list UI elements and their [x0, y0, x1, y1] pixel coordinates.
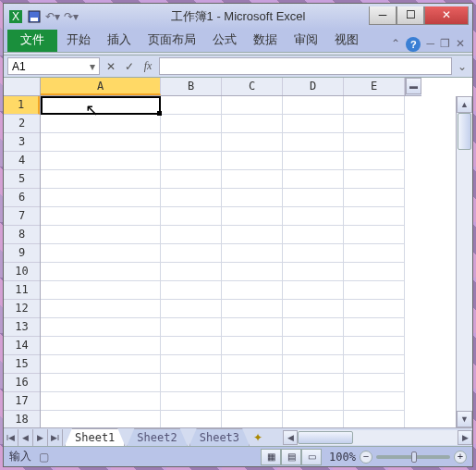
row-header-18[interactable]: 18 — [4, 411, 40, 427]
zoom-thumb[interactable] — [411, 451, 417, 463]
cell[interactable] — [344, 374, 405, 392]
enter-icon[interactable]: ✓ — [122, 59, 137, 74]
cell[interactable] — [344, 392, 405, 411]
tab-formulas[interactable]: 公式 — [205, 28, 244, 52]
cell[interactable] — [283, 337, 344, 355]
cell[interactable] — [41, 355, 161, 374]
cell[interactable] — [344, 411, 405, 427]
select-all-corner[interactable] — [4, 78, 41, 96]
view-normal-icon[interactable]: ▦ — [261, 449, 281, 465]
undo-icon[interactable]: ↶▾ — [44, 8, 61, 25]
cell[interactable] — [41, 207, 161, 226]
cell[interactable] — [283, 411, 344, 427]
cell[interactable] — [283, 318, 344, 337]
cell[interactable] — [344, 281, 405, 300]
cell[interactable] — [161, 226, 222, 244]
cell[interactable] — [41, 244, 161, 263]
sheet-tab-sheet1[interactable]: Sheet1 — [65, 428, 125, 446]
cell[interactable] — [161, 133, 222, 152]
cell[interactable] — [283, 207, 344, 226]
col-header-B[interactable]: B — [161, 78, 222, 95]
close-button[interactable]: ✕ — [424, 6, 469, 25]
row-header-1[interactable]: 1 — [4, 96, 40, 115]
view-pagebreak-icon[interactable]: ▭ — [301, 449, 322, 465]
cell[interactable] — [161, 337, 222, 355]
cell[interactable] — [344, 152, 405, 170]
maximize-button[interactable]: ☐ — [397, 6, 424, 25]
scroll-right-icon[interactable]: ▶ — [458, 430, 472, 445]
vertical-scrollbar[interactable]: ▲ ▼ — [456, 96, 472, 427]
cell[interactable] — [41, 189, 161, 207]
cell[interactable] — [41, 300, 161, 318]
cell[interactable] — [344, 318, 405, 337]
cell[interactable] — [283, 374, 344, 392]
cell[interactable] — [222, 226, 283, 244]
save-icon[interactable] — [26, 8, 43, 25]
cell[interactable] — [41, 170, 161, 189]
doc-close-icon[interactable]: ✕ — [456, 37, 465, 52]
cell[interactable] — [283, 152, 344, 170]
cell[interactable] — [283, 133, 344, 152]
tab-nav-first-icon[interactable]: I◀ — [4, 429, 18, 446]
cell[interactable] — [41, 96, 161, 115]
cell[interactable] — [222, 392, 283, 411]
zoom-in-icon[interactable]: + — [454, 451, 467, 464]
cell[interactable] — [41, 133, 161, 152]
cell[interactable] — [161, 244, 222, 263]
cell[interactable] — [283, 170, 344, 189]
cell[interactable] — [222, 115, 283, 133]
tab-review[interactable]: 审阅 — [287, 28, 325, 52]
cell[interactable] — [161, 374, 222, 392]
doc-restore-icon[interactable]: ❐ — [440, 37, 450, 52]
cell[interactable] — [222, 281, 283, 300]
cell[interactable] — [161, 318, 222, 337]
row-header-8[interactable]: 8 — [4, 226, 40, 244]
cell[interactable] — [41, 318, 161, 337]
row-header-10[interactable]: 10 — [4, 263, 40, 281]
col-header-D[interactable]: D — [283, 78, 344, 95]
cell[interactable] — [344, 207, 405, 226]
row-header-2[interactable]: 2 — [4, 115, 40, 133]
row-header-4[interactable]: 4 — [4, 152, 40, 170]
view-pagelayout-icon[interactable]: ▤ — [281, 449, 301, 465]
name-box[interactable]: A1 ▾ — [7, 57, 100, 75]
cell[interactable] — [41, 392, 161, 411]
cell[interactable] — [41, 115, 161, 133]
cell[interactable] — [41, 337, 161, 355]
cell[interactable] — [344, 189, 405, 207]
cell[interactable] — [161, 115, 222, 133]
tab-view[interactable]: 视图 — [327, 28, 366, 52]
cell[interactable] — [222, 337, 283, 355]
redo-icon[interactable]: ↷▾ — [63, 8, 79, 25]
scroll-thumb-h[interactable] — [298, 431, 353, 444]
zoom-out-icon[interactable]: − — [360, 451, 372, 464]
row-header-11[interactable]: 11 — [4, 281, 40, 300]
macro-record-icon[interactable]: ▢ — [39, 451, 49, 464]
cell[interactable] — [161, 96, 222, 115]
cell[interactable] — [222, 318, 283, 337]
row-header-7[interactable]: 7 — [4, 207, 40, 226]
cell[interactable] — [344, 263, 405, 281]
zoom-level[interactable]: 100% — [329, 451, 356, 464]
col-header-C[interactable]: C — [222, 78, 283, 95]
file-tab[interactable]: 文件 — [7, 28, 57, 52]
cell[interactable] — [41, 226, 161, 244]
row-header-5[interactable]: 5 — [4, 170, 40, 189]
scroll-thumb-v[interactable] — [458, 113, 471, 150]
cell[interactable] — [41, 281, 161, 300]
cell[interactable] — [222, 411, 283, 427]
new-sheet-icon[interactable]: ✦ — [253, 431, 272, 444]
cell[interactable] — [222, 170, 283, 189]
excel-icon[interactable]: X — [7, 8, 24, 25]
cell[interactable] — [222, 189, 283, 207]
cell[interactable] — [161, 152, 222, 170]
help-icon[interactable]: ? — [406, 37, 421, 52]
cell[interactable] — [283, 263, 344, 281]
cell[interactable] — [344, 226, 405, 244]
cell[interactable] — [222, 374, 283, 392]
row-header-3[interactable]: 3 — [4, 133, 40, 152]
tab-pagelayout[interactable]: 页面布局 — [140, 28, 203, 52]
cell[interactable] — [41, 374, 161, 392]
ribbon-minimize-icon[interactable]: ⌃ — [391, 37, 400, 52]
sheet-tab-sheet2[interactable]: Sheet2 — [127, 428, 187, 446]
